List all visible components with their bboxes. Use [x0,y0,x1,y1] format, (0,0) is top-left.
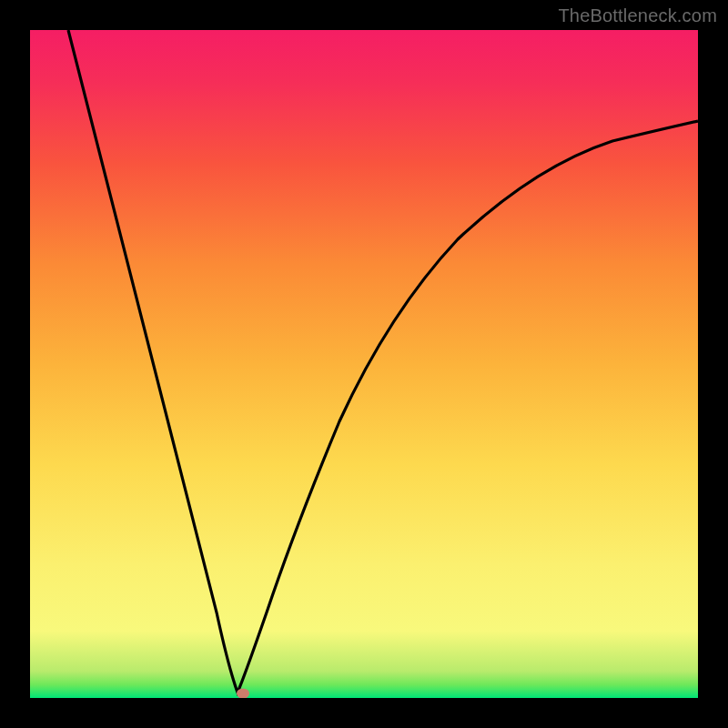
watermark-text: TheBottleneck.com [558,5,717,26]
bottleneck-curve [30,30,698,698]
plot-area [30,30,698,698]
chart-frame: TheBottleneck.com [0,0,728,728]
minimum-marker [237,689,249,699]
curve-path [68,30,698,693]
